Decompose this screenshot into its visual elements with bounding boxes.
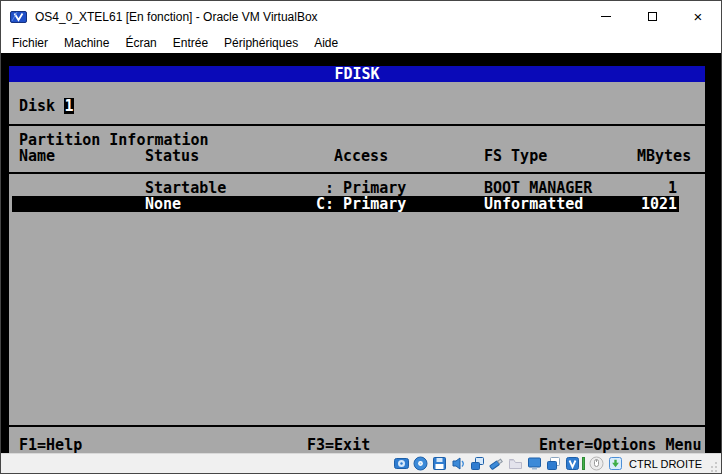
- table-header-row: Name Status Access FS Type MBytes: [9, 148, 705, 164]
- virtualization-icon[interactable]: [564, 456, 580, 472]
- vm-display[interactable]: FDISK Disk 1 Partition Information Name …: [1, 53, 721, 453]
- menu-peripheriques[interactable]: Périphériques: [216, 34, 306, 52]
- minimize-icon: [601, 16, 611, 17]
- partition-mbytes: 1: [569, 180, 677, 196]
- virtualbox-logo-icon: [10, 9, 27, 25]
- partition-mbytes: 1021: [569, 196, 677, 212]
- resize-grip[interactable]: [708, 459, 718, 473]
- hard-disk-icon[interactable]: [393, 456, 409, 472]
- enter-options-label: Enter=Options Menu: [539, 437, 702, 453]
- optical-disk-icon[interactable]: [412, 456, 428, 472]
- partition-row-selected[interactable]: None C: Primary Unformatted 1021: [9, 196, 705, 212]
- fdisk-title-bar: FDISK: [9, 66, 705, 82]
- col-header-fs-type: FS Type: [484, 148, 547, 164]
- minimize-button[interactable]: [583, 1, 629, 32]
- maximize-button[interactable]: [629, 1, 675, 32]
- window-controls: ×: [583, 1, 721, 32]
- maximize-icon: [648, 12, 657, 21]
- menu-entree[interactable]: Entrée: [165, 34, 216, 52]
- separator-line: [9, 172, 705, 174]
- partition-info-heading: Partition Information: [19, 132, 209, 148]
- disk-selector-row[interactable]: Disk 1: [9, 98, 705, 114]
- network-icon[interactable]: [469, 456, 485, 472]
- function-key-row: F1=Help F3=Exit Enter=Options Menu: [9, 437, 705, 453]
- col-header-name: Name: [19, 148, 55, 164]
- f1-help-label: F1=Help: [19, 437, 82, 453]
- shared-folders-icon[interactable]: [507, 456, 523, 472]
- partition-access: C: Primary: [316, 196, 406, 212]
- floppy-icon[interactable]: [431, 456, 447, 472]
- recording-icon[interactable]: [545, 456, 561, 472]
- disk-label: Disk: [19, 98, 55, 114]
- menu-bar: Fichier Machine Écran Entrée Périphériqu…: [1, 33, 721, 53]
- partition-row-boot-manager[interactable]: Startable : Primary BOOT MANAGER 1: [9, 180, 705, 196]
- display-icon[interactable]: [526, 456, 542, 472]
- virtualization-activity-bar: [582, 457, 585, 470]
- virtualbox-window: OS4_0_XTEL61 [En fonction] - Oracle VM V…: [0, 0, 722, 474]
- partition-status: None: [145, 196, 181, 212]
- separator-line: [9, 124, 705, 126]
- title-bar[interactable]: OS4_0_XTEL61 [En fonction] - Oracle VM V…: [1, 1, 721, 33]
- col-header-mbytes: MBytes: [637, 148, 691, 164]
- mouse-icon[interactable]: [588, 456, 604, 472]
- fdisk-screen: FDISK Disk 1 Partition Information Name …: [9, 66, 705, 453]
- disk-number-selected[interactable]: 1: [64, 98, 74, 114]
- menu-ecran[interactable]: Écran: [117, 34, 164, 52]
- status-bar: CTRL DROITE: [1, 453, 721, 473]
- partition-access: : Primary: [316, 180, 406, 196]
- partition-info-heading-row: Partition Information: [9, 132, 705, 148]
- col-header-access: Access: [334, 148, 388, 164]
- f3-exit-label: F3=Exit: [307, 437, 370, 453]
- separator-line: [9, 425, 705, 427]
- keyboard-icon[interactable]: [607, 456, 623, 472]
- menu-fichier[interactable]: Fichier: [4, 34, 56, 52]
- partition-status: Startable: [145, 180, 226, 196]
- host-key-label: CTRL DROITE: [629, 458, 702, 470]
- usb-icon[interactable]: [488, 456, 504, 472]
- menu-aide[interactable]: Aide: [306, 34, 346, 52]
- close-button[interactable]: ×: [675, 1, 721, 32]
- window-title: OS4_0_XTEL61 [En fonction] - Oracle VM V…: [35, 10, 318, 24]
- menu-machine[interactable]: Machine: [56, 34, 117, 52]
- audio-icon[interactable]: [450, 456, 466, 472]
- col-header-status: Status: [145, 148, 199, 164]
